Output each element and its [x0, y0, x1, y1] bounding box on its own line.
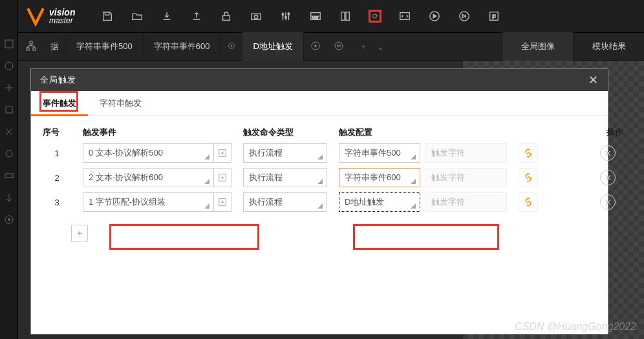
- tab-loop-icon[interactable]: [327, 41, 350, 53]
- svg-rect-0: [5, 40, 13, 48]
- svg-point-18: [373, 14, 377, 18]
- cmd-select[interactable]: 执行流程: [243, 143, 327, 163]
- sliders-icon[interactable]: [279, 10, 292, 23]
- top-toolbar: visionmaster var F: [18, 0, 644, 32]
- col-cfg: 触发配置: [339, 127, 507, 138]
- event-browse-icon[interactable]: [213, 168, 231, 187]
- f-panel-icon[interactable]: F: [488, 10, 500, 23]
- svg-point-10: [255, 15, 258, 18]
- rail-icon-7[interactable]: [4, 170, 14, 181]
- rail-icon-2[interactable]: [4, 61, 14, 71]
- event-browse-icon[interactable]: [213, 143, 231, 163]
- left-toolbar: [0, 0, 18, 339]
- svg-rect-7: [105, 12, 109, 15]
- trigger-grid: 序号 触发事件 触发命令类型 触发配置 操作 1 0 文本-协议解析500 执行…: [31, 116, 608, 222]
- svg-point-12: [285, 16, 287, 18]
- tab-string-600[interactable]: 字符串事件600: [144, 32, 221, 61]
- cfg-select[interactable]: 字符串事件500: [339, 143, 420, 163]
- lock-icon[interactable]: [220, 10, 233, 23]
- link-icon[interactable]: [519, 192, 538, 212]
- tab-ju[interactable]: 据: [44, 32, 66, 61]
- rail-icon-1[interactable]: [4, 39, 14, 49]
- app-logo: visionmaster: [18, 5, 81, 27]
- rail-icon-8[interactable]: [4, 192, 14, 203]
- tab-gear-icon[interactable]: [220, 41, 242, 52]
- play-icon[interactable]: [428, 10, 441, 23]
- event-select[interactable]: 1 字节匹配-协议组装: [83, 192, 213, 212]
- code-icon[interactable]: [398, 10, 411, 23]
- svg-rect-26: [33, 48, 36, 50]
- row-seq: 1: [43, 149, 71, 158]
- export-icon[interactable]: [190, 10, 203, 23]
- rail-icon-5[interactable]: [4, 127, 14, 137]
- col-op: 操作: [588, 127, 627, 138]
- svg-rect-4: [5, 174, 13, 178]
- svg-point-28: [231, 45, 233, 46]
- svg-point-30: [335, 42, 343, 50]
- delete-icon[interactable]: ✕: [600, 170, 616, 185]
- save-icon[interactable]: [101, 10, 114, 23]
- rail-icon-4[interactable]: [4, 105, 14, 115]
- dialog-title: 全局触发: [40, 74, 76, 86]
- tab-d-address[interactable]: D地址触发: [242, 32, 303, 61]
- cmd-select[interactable]: 执行流程: [243, 168, 327, 187]
- svg-text:var: var: [312, 14, 319, 20]
- open-icon[interactable]: [131, 10, 144, 23]
- cmd-select[interactable]: 执行流程: [243, 192, 327, 212]
- chars-input[interactable]: 触发字符: [425, 143, 507, 163]
- svg-rect-2: [6, 107, 12, 113]
- col-cmd: 触发命令类型: [243, 127, 327, 138]
- flow-tree-icon[interactable]: [26, 41, 36, 53]
- cfg-select[interactable]: D地址触发: [339, 192, 420, 212]
- delete-icon[interactable]: ✕: [600, 194, 616, 210]
- chars-input[interactable]: 触发字符: [425, 168, 507, 187]
- tab-string-500[interactable]: 字符串事件500: [66, 32, 144, 61]
- cfg-select[interactable]: 字符串事件600: [339, 168, 420, 187]
- flow-tabs: 据 字符串事件500 字符串事件600 D地址触发 ＋ ⌄ 全局图像 模块结果: [18, 32, 644, 61]
- row-seq: 3: [43, 198, 71, 207]
- delete-icon[interactable]: ✕: [600, 145, 616, 161]
- link-icon[interactable]: [519, 143, 538, 163]
- right-tab-module-result[interactable]: 模块结果: [573, 32, 644, 61]
- rail-icon-9[interactable]: [4, 214, 14, 225]
- svg-point-6: [8, 218, 10, 221]
- rail-icon-3[interactable]: [4, 83, 14, 93]
- right-tab-global-image[interactable]: 全局图像: [502, 32, 573, 61]
- rail-icon-6[interactable]: [4, 149, 14, 159]
- camera-icon[interactable]: [250, 10, 263, 23]
- logo-line2: master: [49, 16, 73, 25]
- svg-point-1: [5, 62, 13, 70]
- tab-event-trigger[interactable]: 事件触发: [31, 91, 88, 116]
- svg-rect-16: [341, 12, 345, 21]
- svg-rect-25: [27, 48, 29, 50]
- col-seq: 序号: [43, 127, 71, 138]
- chars-input[interactable]: 触发字符: [425, 192, 507, 212]
- global-trigger-dialog: 全局触发 ✕ 事件触发 字符串触发 序号 触发事件 触发命令类型 触发配置 操作…: [31, 69, 608, 334]
- layout-icon[interactable]: [339, 10, 352, 23]
- svg-text:F: F: [493, 14, 497, 20]
- tab-add-icon[interactable]: ＋: [350, 41, 377, 52]
- var-icon[interactable]: var: [309, 10, 322, 23]
- svg-rect-8: [223, 15, 230, 20]
- event-select[interactable]: 0 文本-协议解析500: [83, 143, 213, 163]
- global-trigger-icon[interactable]: [369, 10, 381, 23]
- tab-play-icon[interactable]: [304, 41, 327, 53]
- dialog-titlebar: 全局触发 ✕: [31, 69, 608, 91]
- tab-dropdown-icon[interactable]: ⌄: [377, 42, 391, 52]
- event-browse-icon[interactable]: [213, 192, 231, 212]
- close-icon[interactable]: ✕: [588, 73, 599, 87]
- tab-string-trigger[interactable]: 字符串触发: [88, 91, 153, 116]
- svg-point-11: [283, 14, 284, 15]
- svg-point-3: [6, 150, 12, 157]
- add-row-button[interactable]: ＋: [71, 225, 88, 241]
- link-icon[interactable]: [519, 168, 538, 187]
- svg-point-13: [288, 13, 290, 15]
- loop-play-icon[interactable]: [458, 10, 471, 23]
- svg-rect-24: [30, 41, 32, 44]
- event-select[interactable]: 2 文本-协议解析600: [83, 168, 213, 187]
- col-event: 触发事件: [83, 127, 231, 138]
- import-icon[interactable]: [160, 10, 173, 23]
- svg-rect-17: [346, 12, 349, 21]
- row-seq: 2: [43, 173, 71, 183]
